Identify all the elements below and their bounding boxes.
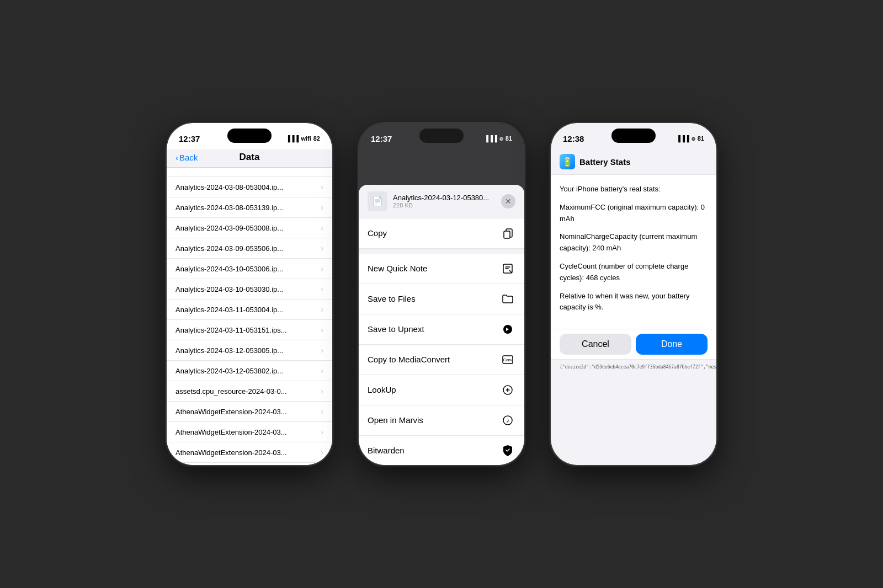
signal-icon-3: ▐▐▐ bbox=[676, 135, 689, 142]
save-files-label: Save to Files bbox=[368, 294, 416, 303]
done-button[interactable]: Done bbox=[636, 334, 708, 355]
svg-rect-0 bbox=[504, 231, 510, 238]
share-sheet: 📄 Analytics-2024-03-12-05380... 228 KB ✕… bbox=[359, 185, 524, 465]
file-name: Analytics-2024-03-10-053030.ip... bbox=[175, 285, 283, 293]
close-icon: ✕ bbox=[505, 197, 512, 206]
chevron-right-icon: › bbox=[321, 203, 323, 212]
lookup-icon bbox=[500, 382, 515, 398]
battery-icon-3: 81 bbox=[698, 135, 704, 142]
media-convert-label: Copy to MediaConvert bbox=[368, 355, 450, 364]
document-icon: 📄 bbox=[372, 196, 383, 206]
lookup-label: LookUp bbox=[368, 385, 396, 394]
back-button[interactable]: ‹ Back bbox=[175, 153, 198, 162]
battery-content: Your iPhone battery's real stats: Maximu… bbox=[551, 175, 716, 329]
list-item[interactable]: assetsd.cpu_resource-2024-03-0... › bbox=[167, 381, 332, 402]
status-icons-1: ▐▐▐ wifi 82 bbox=[286, 135, 320, 142]
list-item[interactable]: AthenaWidgetExtension-2024-03... › bbox=[167, 422, 332, 442]
list-item[interactable]: Analytics-2024-03-09-053506.ip... › bbox=[167, 238, 332, 259]
chevron-right-icon: › bbox=[321, 448, 323, 457]
battery-json-data: {"deviceId":"d59de6eb4ecea70c7e9ff36bda8… bbox=[551, 360, 716, 375]
marvis-label: Open in Marvis bbox=[368, 415, 423, 425]
file-name: AthenaWidgetExtension-2024-03... bbox=[175, 408, 287, 416]
chevron-right-icon: › bbox=[321, 366, 323, 375]
battery-stat4: Relative to when it was new, your batter… bbox=[560, 291, 708, 314]
quick-note-label: New Quick Note bbox=[368, 264, 427, 273]
battery-icon-2: 81 bbox=[506, 135, 512, 142]
share-menu-quick-note[interactable]: New Quick Note bbox=[359, 254, 524, 284]
file-name: AthenaWidgetExtension-2024-03... bbox=[175, 448, 287, 457]
share-menu-marvis[interactable]: Open in Marvis ♪ bbox=[359, 405, 524, 436]
share-menu-save-upnext[interactable]: Save to Upnext bbox=[359, 314, 524, 345]
battery-stat3: CycleCount (number of complete charge cy… bbox=[560, 261, 708, 284]
share-menu-copy[interactable]: Copy bbox=[359, 218, 524, 249]
folder-icon bbox=[500, 291, 515, 307]
svg-text:♪: ♪ bbox=[506, 416, 509, 424]
signal-icon-1: ▐▐▐ bbox=[286, 135, 299, 142]
list-item[interactable]: Analytics-2024-03-10-053006.ip... › bbox=[167, 259, 332, 279]
battery-app-name: Battery Stats bbox=[579, 157, 631, 167]
list-item[interactable]: Analytics-2024-03-11-053004.ip... › bbox=[167, 300, 332, 320]
time-2: 12:37 bbox=[371, 134, 392, 143]
back-label: Back bbox=[179, 153, 198, 162]
list-item[interactable]: AthenaWidgetExtension-2024-03... › bbox=[167, 402, 332, 422]
chevron-right-icon: › bbox=[321, 244, 323, 253]
share-menu-section: New Quick Note Save to Files bbox=[359, 254, 524, 465]
share-menu-media-convert[interactable]: Copy to MediaConvert Conv bbox=[359, 345, 524, 375]
list-item[interactable]: Analytics-2024-03-12-053802.ip... › bbox=[167, 361, 332, 381]
battery-app-icon: 🔋 bbox=[560, 154, 575, 169]
time-1: 12:37 bbox=[179, 134, 200, 143]
json-content: {"deviceId":"d59de6eb4ecea70c7e9ff36bda8… bbox=[560, 365, 716, 370]
battery-icon-symbol: 🔋 bbox=[562, 157, 573, 167]
dynamic-island-3 bbox=[611, 129, 656, 143]
file-icon: 📄 bbox=[368, 191, 387, 211]
file-name: Analytics-2024-03-09-053506.ip... bbox=[175, 244, 283, 253]
time-3: 12:38 bbox=[563, 134, 584, 143]
chevron-right-icon: › bbox=[321, 183, 323, 191]
cancel-button[interactable]: Cancel bbox=[560, 334, 631, 355]
file-name: Analytics-2024-03-10-053006.ip... bbox=[175, 265, 283, 273]
bitwarden-label: Bitwarden bbox=[368, 446, 405, 455]
chevron-right-icon: › bbox=[321, 285, 323, 293]
phone-2: 12:37 ▐▐▐ ⌾ 81 📄 Analytics-2024-03-12-05… bbox=[359, 123, 524, 465]
close-button[interactable]: ✕ bbox=[501, 194, 515, 209]
list-item[interactable]: Analytics-2024-03-09-053008.ip... › bbox=[167, 218, 332, 238]
wifi-icon-2: ⌾ bbox=[499, 135, 503, 142]
file-name: Analytics-2024-03-08-053004.ip... bbox=[175, 183, 283, 191]
quick-note-icon bbox=[500, 261, 515, 276]
list-item[interactable]: Analytics-2024-03-08-053139.ip... › bbox=[167, 197, 332, 218]
share-sheet-header: 📄 Analytics-2024-03-12-05380... 228 KB ✕ bbox=[359, 185, 524, 218]
file-size: 228 KB bbox=[393, 202, 501, 209]
chevron-right-icon: › bbox=[321, 223, 323, 232]
list-item[interactable]: Analytics-2024-03-12-053005.ip... › bbox=[167, 340, 332, 361]
status-icons-2: ▐▐▐ ⌾ 81 bbox=[484, 135, 512, 142]
marvis-icon: ♪ bbox=[500, 413, 515, 428]
list-item[interactable]: Analytics-2024-03-11-053151.ips... › bbox=[167, 320, 332, 340]
chevron-right-icon: › bbox=[321, 427, 323, 436]
copy-label: Copy bbox=[368, 228, 387, 238]
file-list: Analytics-2024-03-08-053004.ip... › Anal… bbox=[167, 177, 332, 465]
dynamic-island-2 bbox=[419, 129, 464, 143]
battery-stat2: NominalChargeCapacity (current maximum c… bbox=[560, 231, 708, 254]
save-upnext-label: Save to Upnext bbox=[368, 324, 424, 334]
battery-stat1: MaximumFCC (original maximum capacity): … bbox=[560, 202, 708, 225]
list-item[interactable]: AthenaWidgetExtension-2024-03... › bbox=[167, 463, 332, 465]
signal-icon-2: ▐▐▐ bbox=[484, 135, 497, 142]
status-icons-3: ▐▐▐ ⌾ 81 bbox=[676, 135, 704, 142]
battery-intro: Your iPhone battery's real stats: bbox=[560, 184, 708, 195]
list-item[interactable]: Analytics-2024-03-08-053004.ip... › bbox=[167, 177, 332, 197]
copy-icon bbox=[500, 226, 515, 241]
file-name: Analytics-2024-03-11-053151.ips... bbox=[175, 326, 287, 334]
phones-container: 12:37 ▐▐▐ wifi 82 ‹ Back Data Analytics-… bbox=[167, 123, 716, 465]
svg-text:Conv: Conv bbox=[503, 358, 513, 362]
file-name: Analytics-2024-03-09-053008.ip... bbox=[175, 224, 283, 232]
file-name: AthenaWidgetExtension-2024-03... bbox=[175, 428, 287, 436]
battery-app-header: 🔋 Battery Stats bbox=[551, 149, 716, 174]
share-menu-save-files[interactable]: Save to Files bbox=[359, 284, 524, 314]
list-item[interactable]: AthenaWidgetExtension-2024-03... › bbox=[167, 442, 332, 463]
file-name: assetsd.cpu_resource-2024-03-0... bbox=[175, 387, 287, 395]
share-menu-lookup[interactable]: LookUp bbox=[359, 375, 524, 405]
share-menu-bitwarden[interactable]: Bitwarden bbox=[359, 436, 524, 465]
page-title: Data bbox=[240, 152, 260, 163]
list-item[interactable]: Analytics-2024-03-10-053030.ip... › bbox=[167, 279, 332, 300]
file-name: Analytics-2024-03-12-053802.ip... bbox=[175, 367, 283, 375]
